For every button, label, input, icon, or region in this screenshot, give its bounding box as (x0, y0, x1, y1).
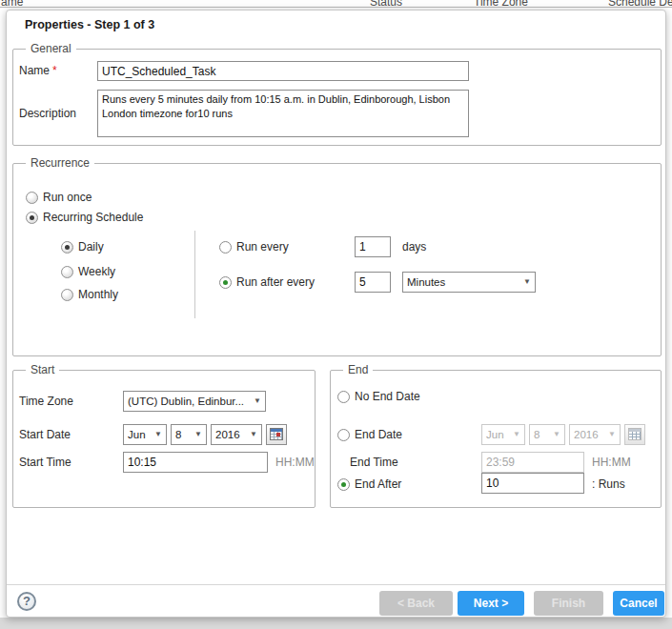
chevron-down-icon: ▼ (254, 392, 261, 411)
run-after-every-unit-select[interactable]: Minutes ▼ (402, 272, 536, 293)
start-groupbox: Start Time Zone (UTC) Dublin, Edinbur...… (12, 370, 316, 508)
general-legend: General (26, 43, 76, 55)
calendar-icon (270, 428, 283, 440)
monthly-label: Monthly (78, 289, 118, 301)
time-zone-label: Time Zone (19, 396, 73, 408)
recurrence-groupbox: Recurrence Run once Recurring Schedule D… (12, 163, 662, 356)
dialog-title: Properties - Step 1 of 3 (25, 18, 154, 31)
no-end-date-radio[interactable] (337, 391, 350, 403)
calendar-icon (628, 428, 641, 440)
name-label: Name* (19, 65, 57, 77)
cancel-button[interactable]: Cancel (613, 591, 664, 616)
run-after-every-value-input[interactable] (355, 272, 391, 293)
run-after-every-label: Run after every (236, 276, 315, 289)
end-after-runs-suffix: : Runs (592, 478, 625, 491)
end-after-label: End After (355, 478, 401, 491)
end-time-input (481, 452, 584, 473)
required-asterisk: * (52, 64, 57, 77)
back-button: < Back (379, 591, 453, 616)
end-day-select: 8 ▼ (529, 424, 565, 445)
chevron-down-icon: ▼ (608, 425, 616, 444)
run-every-radio[interactable] (219, 241, 232, 254)
start-time-format-hint: HH:MM (275, 457, 315, 469)
end-time-label: End Time (350, 457, 398, 469)
name-input[interactable] (97, 61, 469, 81)
chevron-down-icon: ▼ (250, 425, 257, 444)
finish-button: Finish (534, 591, 603, 616)
chevron-down-icon: ▼ (553, 425, 560, 444)
run-every-label: Run every (236, 241, 289, 254)
run-every-days-input[interactable] (355, 236, 391, 257)
run-every-unit-label: days (402, 241, 426, 254)
chevron-down-icon: ▼ (523, 273, 531, 292)
monthly-radio[interactable] (61, 289, 73, 301)
start-year-value: 2016 (215, 429, 240, 440)
chevron-down-icon: ▼ (513, 425, 520, 444)
name-label-text: Name (19, 64, 50, 77)
help-icon: ? (23, 594, 31, 608)
end-year-value: 2016 (574, 429, 599, 440)
footer-divider (7, 584, 665, 585)
recurring-schedule-radio[interactable] (26, 212, 38, 224)
background-footer-strip (0, 618, 672, 629)
start-month-value: Jun (128, 429, 146, 440)
end-after-runs-input[interactable] (481, 473, 584, 494)
start-date-label: Start Date (19, 429, 71, 441)
start-year-select[interactable]: 2016 ▼ (211, 424, 262, 445)
recurring-schedule-label: Recurring Schedule (43, 212, 143, 224)
recurrence-legend: Recurrence (26, 157, 94, 170)
time-zone-value: (UTC) Dublin, Edinbur... (128, 396, 244, 407)
general-groupbox: General Name* Description Runs every 5 m… (12, 49, 662, 146)
run-once-label: Run once (43, 192, 92, 204)
bg-header-divider (0, 7, 672, 8)
end-time-format-hint: HH:MM (592, 457, 631, 469)
daily-radio[interactable] (61, 241, 73, 254)
daily-label: Daily (78, 241, 104, 254)
chevron-down-icon: ▼ (194, 425, 202, 444)
end-groupbox: End No End Date End Date Jun ▼ 8 ▼ 2016 … (330, 370, 662, 508)
start-legend: Start (26, 364, 59, 376)
end-date-calendar-button (624, 424, 645, 445)
recurrence-divider (194, 231, 195, 318)
run-after-every-unit-value: Minutes (407, 276, 445, 288)
background-table-header: ame Status Time Zone Schedule Details (0, 0, 672, 9)
start-time-label: Start Time (19, 457, 71, 469)
time-zone-select[interactable]: (UTC) Dublin, Edinbur... ▼ (123, 391, 266, 412)
end-date-radio[interactable] (337, 429, 350, 441)
end-day-value: 8 (534, 429, 540, 440)
end-after-radio[interactable] (337, 478, 350, 491)
run-once-radio[interactable] (26, 192, 38, 204)
start-month-select[interactable]: Jun ▼ (123, 424, 167, 445)
help-button[interactable]: ? (17, 592, 36, 611)
end-month-value: Jun (486, 429, 504, 440)
no-end-date-label: No End Date (355, 391, 420, 403)
end-date-label: End Date (355, 429, 402, 441)
end-year-select: 2016 ▼ (569, 424, 621, 445)
chevron-down-icon: ▼ (154, 425, 162, 444)
end-month-select: Jun ▼ (481, 424, 525, 445)
screen: ame Status Time Zone Schedule Details Pr… (0, 0, 672, 629)
start-time-input[interactable] (123, 452, 268, 473)
weekly-label: Weekly (78, 266, 115, 278)
start-day-value: 8 (175, 429, 181, 440)
properties-dialog: Properties - Step 1 of 3 General Name* D… (6, 10, 666, 618)
description-label: Description (19, 108, 76, 120)
next-button[interactable]: Next > (458, 591, 524, 616)
end-legend: End (343, 364, 373, 376)
start-day-select[interactable]: 8 ▼ (171, 424, 207, 445)
description-textarea[interactable]: Runs every 5 minutes daily from 10:15 a.… (97, 90, 469, 137)
run-after-every-radio[interactable] (219, 276, 232, 289)
weekly-radio[interactable] (61, 266, 73, 278)
start-date-calendar-button[interactable] (266, 424, 287, 445)
